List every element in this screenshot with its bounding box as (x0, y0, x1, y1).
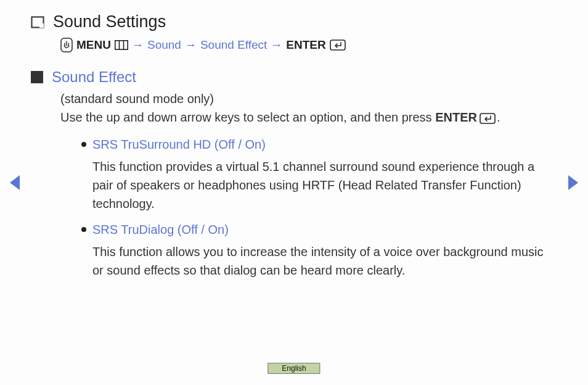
page-title: Sound Settings (53, 12, 166, 31)
open-square-icon (31, 16, 44, 28)
item-desc: This function allows you to increase the… (92, 242, 545, 279)
next-page-button[interactable] (567, 174, 579, 194)
svg-rect-6 (330, 40, 345, 50)
instruction-end: . (497, 110, 500, 124)
bullet-icon (81, 142, 86, 147)
breadcrumb-sound-effect: Sound Effect (200, 38, 267, 52)
breadcrumb-arrow: → (185, 38, 197, 52)
item-desc: This function provides a virtual 5.1 cha… (92, 157, 545, 213)
section-instruction: Use the up and down arrow keys to select… (60, 108, 545, 126)
list-item: SRS TruDialog (Off / On) This function a… (81, 220, 545, 279)
section-title: Sound Effect (52, 68, 136, 86)
svg-marker-11 (10, 175, 20, 190)
breadcrumb-arrow: → (271, 38, 282, 52)
svg-rect-7 (31, 71, 43, 83)
items-list: SRS TruSurround HD (Off / On) This funct… (81, 135, 545, 279)
svg-rect-3 (115, 41, 128, 49)
list-item: SRS TruSurround HD (Off / On) This funct… (81, 135, 545, 213)
svg-point-9 (81, 142, 86, 147)
section-header: Sound Effect (31, 68, 545, 86)
menu-grid-icon (115, 40, 128, 50)
filled-square-icon (31, 71, 43, 83)
instruction-enter: ENTER (435, 110, 477, 124)
breadcrumb-sound: Sound (147, 38, 181, 52)
svg-marker-12 (568, 175, 578, 190)
enter-key-icon (330, 39, 346, 51)
breadcrumb-arrow: → (132, 38, 144, 52)
hand-icon (60, 38, 73, 52)
language-badge: English (267, 363, 320, 374)
svg-rect-8 (480, 114, 495, 123)
section-body: (standard sound mode only) Use the up an… (60, 89, 545, 279)
breadcrumb-enter: ENTER (286, 38, 325, 52)
enter-key-icon (480, 113, 496, 124)
bullet-icon (81, 227, 86, 232)
title-row: Sound Settings (31, 12, 545, 31)
item-title: SRS TruSurround HD (Off / On) (92, 135, 266, 154)
svg-point-10 (81, 227, 86, 232)
item-title: SRS TruDialog (Off / On) (92, 220, 229, 239)
breadcrumb: MENU → Sound → Sound Effect → ENTER (60, 38, 545, 52)
prev-page-button[interactable] (9, 174, 21, 194)
breadcrumb-menu: MENU (76, 38, 111, 52)
instruction-text: Use the up and down arrow keys to select… (60, 110, 435, 124)
svg-rect-1 (39, 23, 44, 28)
section-note: (standard sound mode only) (60, 89, 545, 108)
